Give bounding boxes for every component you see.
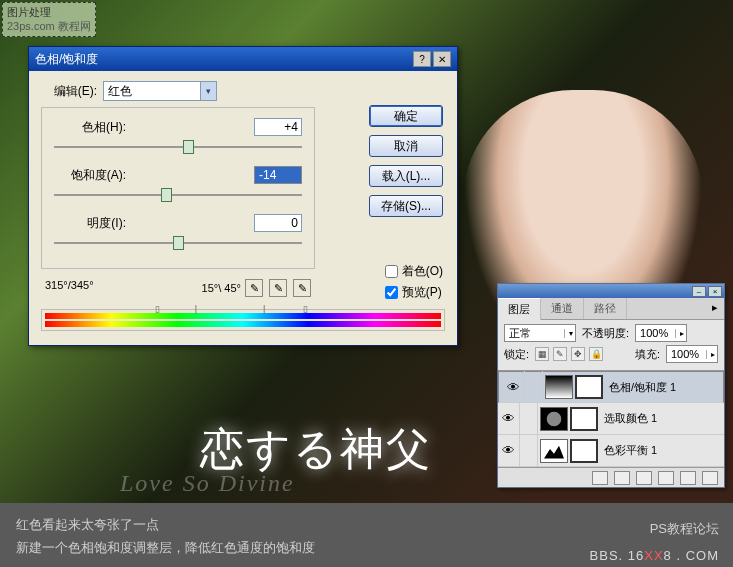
colorize-checkbox[interactable]: 着色(O) xyxy=(385,263,443,280)
mask-thumb-icon xyxy=(570,439,598,463)
tab-channels[interactable]: 通道 xyxy=(541,298,584,319)
panel-minimize-icon[interactable]: – xyxy=(692,286,706,297)
panel-menu-icon[interactable]: ▸ xyxy=(706,298,724,319)
panel-titlebar[interactable]: – × xyxy=(498,284,724,298)
watermark: 图片处理 23ps.com 教程网 xyxy=(2,2,96,37)
save-button[interactable]: 存储(S)... xyxy=(369,195,443,217)
lock-move-icon[interactable]: ✥ xyxy=(571,347,585,361)
saturation-input[interactable]: -14 xyxy=(254,166,302,184)
hue-input[interactable]: +4 xyxy=(254,118,302,136)
eyedropper-sub-icon[interactable]: ✎ xyxy=(293,279,311,297)
lock-transparent-icon[interactable]: ▦ xyxy=(535,347,549,361)
range-right: 15°\ 45° xyxy=(202,282,241,294)
opacity-label: 不透明度: xyxy=(582,326,629,341)
mask-thumb-icon xyxy=(570,407,598,431)
panel-footer xyxy=(498,467,724,487)
fill-label: 填充: xyxy=(635,347,660,362)
preview-checkbox[interactable]: 预览(P) xyxy=(385,284,443,301)
edit-channel-combo[interactable]: 红色 ▾ xyxy=(103,81,217,101)
tab-paths[interactable]: 路径 xyxy=(584,298,627,319)
layer-row[interactable]: 👁 色彩平衡 1 xyxy=(498,435,724,467)
trash-icon[interactable] xyxy=(702,471,718,485)
fill-input[interactable]: 100%▸ xyxy=(666,345,718,363)
visibility-icon[interactable]: 👁 xyxy=(498,435,520,467)
movie-subtitle: Love So Divine xyxy=(120,470,295,497)
hue-slider[interactable] xyxy=(54,138,302,156)
dialog-titlebar[interactable]: 色相/饱和度 ? ✕ xyxy=(29,47,457,71)
hue-label: 色相(H): xyxy=(54,119,126,136)
saturation-label: 饱和度(A): xyxy=(54,167,126,184)
blend-mode-select[interactable]: 正常▾ xyxy=(504,324,576,342)
lock-paint-icon[interactable]: ✎ xyxy=(553,347,567,361)
hue-range-strip[interactable]: ▯ | | ▯ xyxy=(41,309,445,331)
range-left: 315°/345° xyxy=(45,279,94,297)
eyedropper-icon[interactable]: ✎ xyxy=(245,279,263,297)
lock-label: 锁定: xyxy=(504,347,529,362)
cancel-button[interactable]: 取消 xyxy=(369,135,443,157)
folder-icon[interactable] xyxy=(658,471,674,485)
saturation-slider[interactable] xyxy=(54,186,302,204)
visibility-icon[interactable]: 👁 xyxy=(503,371,525,403)
visibility-icon[interactable]: 👁 xyxy=(498,403,520,435)
opacity-input[interactable]: 100%▸ xyxy=(635,324,687,342)
fx-icon[interactable] xyxy=(592,471,608,485)
adjustment-thumb-icon xyxy=(540,439,568,463)
load-button[interactable]: 载入(L)... xyxy=(369,165,443,187)
dialog-title: 色相/饱和度 xyxy=(35,51,98,68)
mask-icon[interactable] xyxy=(614,471,630,485)
tab-layers[interactable]: 图层 xyxy=(498,298,541,320)
adjustment-thumb-icon xyxy=(545,375,573,399)
close-button[interactable]: ✕ xyxy=(433,51,451,67)
lightness-label: 明度(I): xyxy=(54,215,126,232)
ok-button[interactable]: 确定 xyxy=(369,105,443,127)
panel-close-icon[interactable]: × xyxy=(708,286,722,297)
site-url: BBS. 16XX8 . COM xyxy=(590,544,719,567)
layer-row[interactable]: 👁 选取颜色 1 xyxy=(498,403,724,435)
adjustment-thumb-icon xyxy=(540,407,568,431)
layer-list: 👁 色相/饱和度 1 👁 选取颜色 1 👁 色彩平衡 1 xyxy=(498,370,724,467)
lightness-input[interactable]: 0 xyxy=(254,214,302,232)
hue-saturation-dialog: 色相/饱和度 ? ✕ 编辑(E): 红色 ▾ 色相(H): +4 饱和度(A):… xyxy=(28,46,458,346)
layer-row[interactable]: 👁 色相/饱和度 1 xyxy=(498,371,724,403)
new-layer-icon[interactable] xyxy=(680,471,696,485)
lock-all-icon[interactable]: 🔒 xyxy=(589,347,603,361)
help-button[interactable]: ? xyxy=(413,51,431,67)
caption-bar: 红色看起来太夸张了一点 新建一个色相饱和度调整层，降低红色通度的饱和度 PS教程… xyxy=(0,503,733,567)
adjustment-icon[interactable] xyxy=(636,471,652,485)
mask-thumb-icon xyxy=(575,375,603,399)
edit-label: 编辑(E): xyxy=(41,83,97,100)
layers-panel: – × 图层 通道 路径 ▸ 正常▾ 不透明度: 100%▸ 锁定: ▦ ✎ ✥… xyxy=(497,283,725,488)
forum-name: PS教程论坛 xyxy=(590,517,719,540)
lightness-slider[interactable] xyxy=(54,234,302,252)
chevron-down-icon: ▾ xyxy=(200,82,216,100)
eyedropper-add-icon[interactable]: ✎ xyxy=(269,279,287,297)
